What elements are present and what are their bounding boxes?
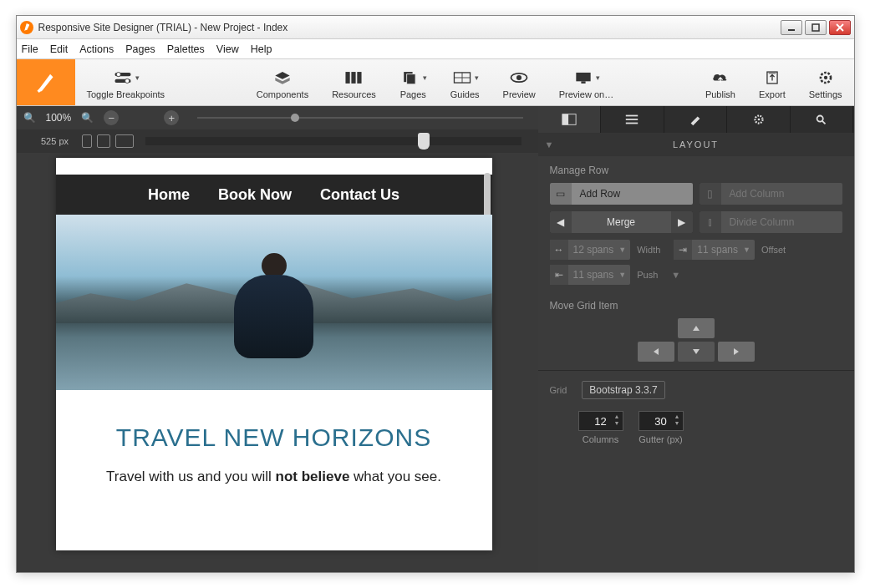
breakpoint-track[interactable] xyxy=(145,137,521,145)
nav-home[interactable]: Home xyxy=(148,186,190,204)
svg-point-29 xyxy=(757,119,760,121)
tab-search[interactable] xyxy=(791,106,854,133)
tab-brush[interactable] xyxy=(664,106,728,133)
components-button[interactable]: Components xyxy=(245,59,320,105)
resources-button[interactable]: Resources xyxy=(320,59,388,105)
svg-point-22 xyxy=(823,75,827,79)
push-spans-input[interactable]: ⇤11 spans▼ xyxy=(550,265,631,285)
design-stage[interactable]: Home Book Now Contact Us TRAVEL NEW HORI… xyxy=(17,153,538,572)
width-icon: ↔ xyxy=(550,240,568,260)
zoom-slider-handle[interactable] xyxy=(291,114,299,122)
collapse-icon: ▼ xyxy=(545,139,556,150)
layout-panel: Manage Row ▭Add Row ▯Add Column ◀Merge▶ … xyxy=(538,156,854,370)
settings-button[interactable]: Settings xyxy=(797,59,854,105)
menu-actions[interactable]: Actions xyxy=(79,43,114,55)
svg-point-30 xyxy=(817,116,823,122)
inspector-tabs xyxy=(538,106,854,133)
device-phone-icon[interactable] xyxy=(82,134,92,148)
zoom-plus-button[interactable]: + xyxy=(164,110,179,125)
svg-rect-24 xyxy=(562,114,568,125)
nav-contact[interactable]: Contact Us xyxy=(320,186,399,204)
inspector-panel: ▼ LAYOUT Manage Row ▭Add Row ▯Add Column… xyxy=(538,106,854,572)
svg-rect-26 xyxy=(626,119,638,120)
svg-rect-1 xyxy=(812,24,819,31)
divide-icon: ⫿ xyxy=(700,211,721,233)
menu-view[interactable]: View xyxy=(216,43,239,55)
zoom-in-icon[interactable]: 🔍 xyxy=(81,112,94,124)
push-icon: ⇤ xyxy=(550,265,568,285)
canvas-width: 525 px xyxy=(33,136,77,146)
svg-rect-8 xyxy=(352,72,356,84)
move-left-button[interactable] xyxy=(638,342,674,362)
offset-spans-input[interactable]: ⇥11 spans▼ xyxy=(674,240,755,260)
brand-logo[interactable] xyxy=(17,59,75,105)
page-headline: TRAVEL NEW HORIZONS xyxy=(56,390,492,460)
publish-button[interactable]: Publish xyxy=(694,59,747,105)
menu-edit[interactable]: Edit xyxy=(50,43,69,55)
pages-button[interactable]: ▾ Pages xyxy=(388,59,439,105)
hero-image xyxy=(56,215,492,390)
device-tablet-icon[interactable] xyxy=(97,134,110,148)
preview-on-button[interactable]: ▾ Preview on… xyxy=(547,59,625,105)
offset-icon: ⇥ xyxy=(674,240,692,260)
move-up-button[interactable] xyxy=(678,318,715,338)
move-down-button[interactable] xyxy=(678,342,715,362)
add-column-button[interactable]: ▯Add Column xyxy=(700,183,842,205)
breakpoint-handle[interactable] xyxy=(418,133,430,150)
svg-point-6 xyxy=(125,79,129,83)
svg-rect-9 xyxy=(358,72,362,84)
svg-rect-17 xyxy=(576,72,590,80)
guides-button[interactable]: ▾ Guides xyxy=(439,59,491,105)
gutter-input[interactable]: 30▲▼ xyxy=(639,411,684,431)
zoom-minus-button[interactable]: − xyxy=(104,110,119,125)
divide-column-button[interactable]: ⫿Divide Column xyxy=(700,211,842,233)
section-header[interactable]: ▼ LAYOUT xyxy=(538,133,854,156)
svg-rect-27 xyxy=(626,123,638,124)
svg-point-4 xyxy=(116,72,120,76)
app-icon xyxy=(20,21,33,34)
tab-gear[interactable] xyxy=(727,106,791,133)
zoom-level: 100% xyxy=(46,112,72,124)
site-nav: Home Book Now Contact Us xyxy=(56,175,492,215)
menu-bar: File Edit Actions Pages Palettes View He… xyxy=(17,39,854,59)
svg-rect-18 xyxy=(581,81,585,84)
tab-list[interactable] xyxy=(601,106,664,133)
svg-point-16 xyxy=(516,74,521,79)
maximize-button[interactable] xyxy=(805,20,827,35)
menu-file[interactable]: File xyxy=(22,43,38,55)
columns-input[interactable]: 12▲▼ xyxy=(578,411,623,431)
manage-row-label: Manage Row xyxy=(550,165,842,176)
menu-help[interactable]: Help xyxy=(251,43,272,55)
merge-button[interactable]: ◀Merge▶ xyxy=(550,211,693,233)
page-preview[interactable]: Home Book Now Contact Us TRAVEL NEW HORI… xyxy=(56,158,492,550)
app-window: Responsive Site Designer (TRIAL) - New P… xyxy=(16,15,855,573)
tab-layout[interactable] xyxy=(538,106,602,133)
width-spans-input[interactable]: ↔12 spans▼ xyxy=(550,240,631,260)
toggle-breakpoints-button[interactable]: ▾ Toggle Breakpoints xyxy=(75,59,177,105)
nav-book[interactable]: Book Now xyxy=(218,186,292,204)
page-subtext: Travel with us and you will not believe … xyxy=(56,460,492,494)
breakpoint-bar: 525 px xyxy=(17,129,538,153)
main-toolbar: ▾ Toggle Breakpoints Components Resource… xyxy=(17,59,854,106)
minimize-button[interactable] xyxy=(781,20,802,35)
add-column-icon: ▯ xyxy=(700,183,721,205)
move-right-button[interactable] xyxy=(718,342,755,362)
svg-rect-0 xyxy=(788,29,795,31)
menu-palettes[interactable]: Palettes xyxy=(167,43,205,55)
add-row-button[interactable]: ▭Add Row xyxy=(550,183,693,205)
window-title: Responsive Site Designer (TRIAL) - New P… xyxy=(38,22,781,33)
move-grid-controls xyxy=(550,318,842,362)
svg-rect-7 xyxy=(346,72,350,84)
device-desktop-icon[interactable] xyxy=(115,134,134,148)
grid-framework-select[interactable]: Bootstrap 3.3.7 xyxy=(582,381,664,399)
preview-button[interactable]: Preview xyxy=(491,59,547,105)
canvas-area: 🔍 100% 🔍 − + 525 px Home xyxy=(17,106,538,572)
move-grid-label: Move Grid Item xyxy=(550,300,842,312)
workspace: 🔍 100% 🔍 − + 525 px Home xyxy=(17,106,854,572)
menu-pages[interactable]: Pages xyxy=(125,43,155,55)
zoom-out-icon[interactable]: 🔍 xyxy=(23,112,36,124)
zoom-bar: 🔍 100% 🔍 − + xyxy=(17,106,538,129)
export-button[interactable]: Export xyxy=(747,59,797,105)
svg-rect-25 xyxy=(626,115,638,117)
close-button[interactable] xyxy=(829,20,851,35)
